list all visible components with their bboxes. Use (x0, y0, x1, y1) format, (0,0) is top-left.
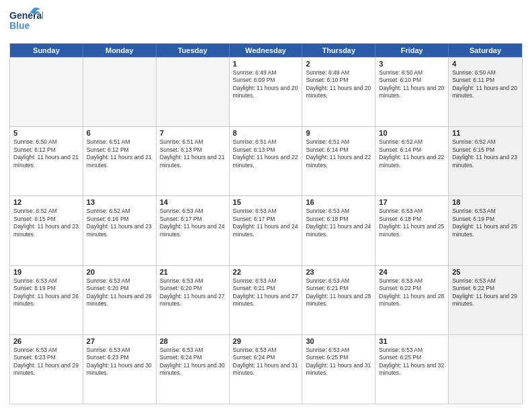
svg-text:Blue: Blue (9, 20, 30, 31)
day-number: 8 (233, 129, 299, 137)
calendar-body: 1 Sunrise: 6:49 AM Sunset: 6:09 PM Dayli… (10, 57, 522, 404)
cell-info: Sunrise: 6:53 AM Sunset: 6:25 PM Dayligh… (306, 347, 371, 377)
cell-info: Sunrise: 6:53 AM Sunset: 6:19 PM Dayligh… (452, 208, 519, 238)
daylight-label: Daylight: 11 hours and 26 minutes. (13, 293, 79, 307)
page: General Blue SundayMondayTuesdayWednesda… (0, 0, 532, 411)
calendar-week-row: 19 Sunrise: 6:53 AM Sunset: 6:19 PM Dayl… (10, 265, 522, 334)
calendar-cell: 28 Sunrise: 6:53 AM Sunset: 6:24 PM Dayl… (157, 335, 230, 404)
cell-info: Sunrise: 6:50 AM Sunset: 6:12 PM Dayligh… (13, 138, 79, 169)
sunrise-label: Sunrise: 6:53 AM (452, 277, 496, 284)
sunset-label: Sunset: 6:18 PM (379, 216, 421, 222)
sunrise-label: Sunrise: 6:51 AM (306, 138, 349, 145)
day-number: 15 (233, 198, 299, 206)
sunset-label: Sunset: 6:17 PM (160, 216, 202, 222)
cell-info: Sunrise: 6:53 AM Sunset: 6:21 PM Dayligh… (233, 277, 299, 308)
day-number: 6 (87, 129, 152, 137)
day-number: 3 (379, 60, 445, 68)
day-number: 30 (306, 337, 371, 345)
cell-info: Sunrise: 6:52 AM Sunset: 6:16 PM Dayligh… (87, 208, 152, 238)
sunrise-label: Sunrise: 6:53 AM (306, 347, 349, 353)
cell-info: Sunrise: 6:49 AM Sunset: 6:09 PM Dayligh… (233, 69, 299, 100)
day-of-week-header: Friday (375, 44, 449, 57)
cell-info: Sunrise: 6:52 AM Sunset: 6:14 PM Dayligh… (379, 138, 445, 169)
sunrise-label: Sunrise: 6:51 AM (87, 138, 130, 145)
sunset-label: Sunset: 6:14 PM (306, 146, 348, 153)
daylight-label: Daylight: 11 hours and 24 minutes. (160, 223, 225, 237)
sunset-label: Sunset: 6:18 PM (306, 216, 348, 222)
sunset-label: Sunset: 6:20 PM (87, 285, 129, 291)
calendar-cell: 26 Sunrise: 6:53 AM Sunset: 6:23 PM Dayl… (10, 335, 83, 404)
sunset-label: Sunset: 6:23 PM (13, 354, 56, 361)
day-number: 12 (13, 198, 79, 206)
daylight-label: Daylight: 11 hours and 20 minutes. (452, 85, 517, 99)
day-number: 2 (306, 60, 371, 68)
day-number: 27 (87, 337, 152, 345)
daylight-label: Daylight: 11 hours and 32 minutes. (379, 362, 444, 376)
day-number: 21 (160, 268, 226, 276)
calendar-cell: 29 Sunrise: 6:53 AM Sunset: 6:24 PM Dayl… (230, 335, 303, 404)
sunset-label: Sunset: 6:14 PM (379, 146, 421, 153)
cell-info: Sunrise: 6:51 AM Sunset: 6:12 PM Dayligh… (87, 138, 152, 169)
sunset-label: Sunset: 6:20 PM (160, 285, 202, 291)
sunset-label: Sunset: 6:25 PM (306, 354, 348, 361)
sunset-label: Sunset: 6:22 PM (379, 285, 421, 291)
day-number: 17 (379, 198, 445, 206)
sunrise-label: Sunrise: 6:50 AM (13, 138, 57, 145)
daylight-label: Daylight: 11 hours and 22 minutes. (233, 154, 298, 168)
calendar-cell: 19 Sunrise: 6:53 AM Sunset: 6:19 PM Dayl… (10, 266, 83, 334)
sunset-label: Sunset: 6:12 PM (87, 146, 129, 153)
calendar-cell: 30 Sunrise: 6:53 AM Sunset: 6:25 PM Dayl… (302, 335, 375, 404)
cell-info: Sunrise: 6:49 AM Sunset: 6:10 PM Dayligh… (306, 69, 371, 100)
daylight-label: Daylight: 11 hours and 31 minutes. (233, 362, 298, 376)
calendar-cell: 21 Sunrise: 6:53 AM Sunset: 6:20 PM Dayl… (157, 266, 230, 334)
day-of-week-header: Saturday (449, 44, 522, 57)
day-number: 31 (379, 337, 445, 345)
daylight-label: Daylight: 11 hours and 23 minutes. (452, 154, 517, 168)
sunset-label: Sunset: 6:24 PM (233, 354, 275, 361)
sunset-label: Sunset: 6:15 PM (452, 146, 494, 153)
cell-info: Sunrise: 6:53 AM Sunset: 6:18 PM Dayligh… (306, 208, 371, 238)
calendar-week-row: 1 Sunrise: 6:49 AM Sunset: 6:09 PM Dayli… (10, 57, 522, 126)
sunrise-label: Sunrise: 6:50 AM (379, 69, 423, 76)
day-number: 10 (379, 129, 445, 137)
daylight-label: Daylight: 11 hours and 28 minutes. (306, 293, 371, 307)
day-number: 18 (452, 198, 519, 206)
calendar-cell: 4 Sunrise: 6:50 AM Sunset: 6:11 PM Dayli… (449, 58, 522, 126)
day-number: 1 (233, 60, 299, 68)
daylight-label: Daylight: 11 hours and 21 minutes. (160, 154, 225, 168)
sunset-label: Sunset: 6:16 PM (87, 216, 129, 222)
header: General Blue (9, 7, 523, 38)
sunrise-label: Sunrise: 6:49 AM (306, 69, 349, 76)
daylight-label: Daylight: 11 hours and 29 minutes. (452, 293, 517, 307)
daylight-label: Daylight: 11 hours and 23 minutes. (87, 223, 152, 237)
day-of-week-header: Thursday (302, 44, 375, 57)
day-of-week-header: Wednesday (230, 44, 303, 57)
daylight-label: Daylight: 11 hours and 22 minutes. (306, 154, 371, 168)
sunrise-label: Sunrise: 6:52 AM (452, 138, 496, 145)
sunset-label: Sunset: 6:12 PM (13, 146, 56, 153)
day-number: 9 (306, 129, 371, 137)
daylight-label: Daylight: 11 hours and 21 minutes. (13, 154, 79, 168)
calendar-cell: 3 Sunrise: 6:50 AM Sunset: 6:10 PM Dayli… (375, 58, 449, 126)
sunset-label: Sunset: 6:23 PM (87, 354, 129, 361)
sunrise-label: Sunrise: 6:52 AM (87, 208, 130, 214)
cell-info: Sunrise: 6:53 AM Sunset: 6:17 PM Dayligh… (160, 208, 226, 238)
cell-info: Sunrise: 6:51 AM Sunset: 6:13 PM Dayligh… (233, 138, 299, 169)
sunrise-label: Sunrise: 6:53 AM (379, 277, 423, 284)
daylight-label: Daylight: 11 hours and 31 minutes. (306, 362, 371, 376)
cell-info: Sunrise: 6:53 AM Sunset: 6:24 PM Dayligh… (233, 347, 299, 377)
calendar-cell: 15 Sunrise: 6:53 AM Sunset: 6:17 PM Dayl… (230, 196, 303, 265)
day-number: 25 (452, 268, 519, 276)
sunrise-label: Sunrise: 6:53 AM (233, 208, 277, 214)
sunset-label: Sunset: 6:13 PM (233, 146, 275, 153)
cell-info: Sunrise: 6:53 AM Sunset: 6:24 PM Dayligh… (160, 347, 226, 377)
sunrise-label: Sunrise: 6:53 AM (306, 277, 349, 284)
day-number: 14 (160, 198, 226, 206)
day-number: 19 (13, 268, 79, 276)
sunset-label: Sunset: 6:21 PM (306, 285, 348, 291)
calendar-cell: 25 Sunrise: 6:53 AM Sunset: 6:22 PM Dayl… (449, 266, 522, 334)
calendar: SundayMondayTuesdayWednesdayThursdayFrid… (9, 43, 523, 404)
daylight-label: Daylight: 11 hours and 27 minutes. (233, 293, 298, 307)
day-of-week-header: Monday (83, 44, 157, 57)
calendar-cell: 23 Sunrise: 6:53 AM Sunset: 6:21 PM Dayl… (302, 266, 375, 334)
